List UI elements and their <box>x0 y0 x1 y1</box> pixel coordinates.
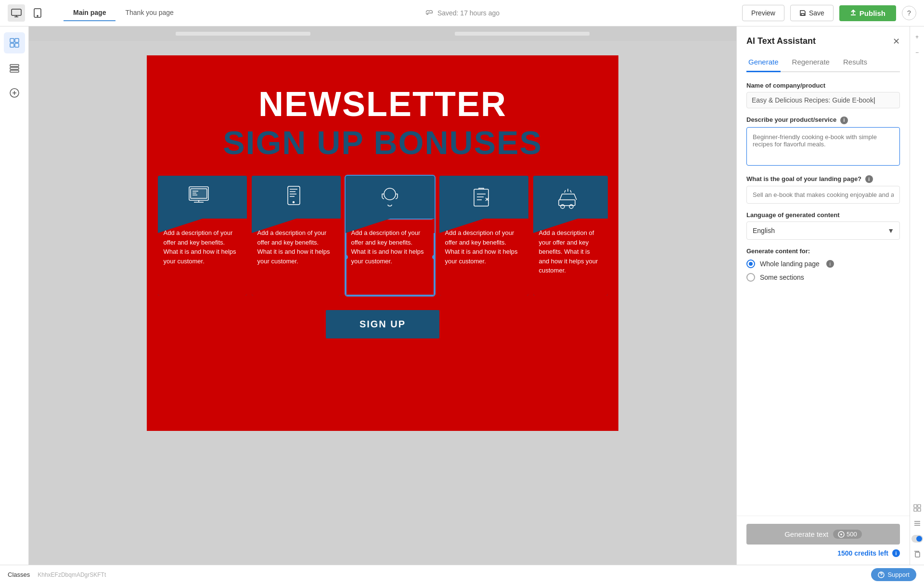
newsletter-subtitle: SIGN UP BONUSES <box>156 124 609 161</box>
svg-point-15 <box>293 202 294 203</box>
goal-input[interactable] <box>746 186 900 204</box>
svg-rect-20 <box>474 189 488 206</box>
offer-card-2[interactable]: Add a description of your offer and key … <box>252 176 341 296</box>
tab-generate[interactable]: Generate <box>746 54 781 72</box>
save-button[interactable]: Save <box>790 5 834 21</box>
describe-textarea[interactable] <box>746 127 900 166</box>
credits-badge: 500 <box>833 530 862 539</box>
preview-button[interactable]: Preview <box>742 5 784 21</box>
whole-page-info-icon[interactable]: i <box>826 260 834 268</box>
language-select[interactable]: English Spanish French German <box>746 221 900 240</box>
card-body-5: Add a description of your offer and key … <box>533 219 608 296</box>
svg-rect-25 <box>914 505 917 507</box>
classes-label: Classes <box>8 571 30 578</box>
svg-rect-8 <box>10 65 19 66</box>
offer-card-1[interactable]: Add a description of your offer and key … <box>158 176 247 296</box>
hash-value: KhhxEFzDbqmADgrSKFTt <box>38 571 106 578</box>
sidebar-ai-icon[interactable] <box>4 82 25 104</box>
tab-regenerate[interactable]: Regenerate <box>790 54 832 72</box>
support-label: Support <box>887 571 910 578</box>
language-select-wrapper: English Spanish French German ▼ <box>746 221 900 240</box>
goal-label: What is the goal of your landing page? i <box>746 175 900 183</box>
edge-minus-icon[interactable]: − <box>911 47 923 58</box>
credits-left-text: 1500 credits left <box>837 549 888 557</box>
headset-icon <box>374 185 406 212</box>
goal-info-icon[interactable]: i <box>865 175 873 183</box>
card-text-1: Add a description of your offer and key … <box>164 226 241 266</box>
signup-button[interactable]: SIGN UP <box>326 310 439 338</box>
describe-info-icon[interactable]: i <box>840 117 848 124</box>
offer-card-3[interactable]: + EDIT + <box>346 176 435 296</box>
radio-some-sections-label: Some sections <box>760 273 804 281</box>
support-button[interactable]: Support <box>871 568 916 581</box>
company-value[interactable]: Easy & Delicious Recipes: Guide E-book <box>746 92 900 108</box>
offer-card-5[interactable]: Add a description of your offer and key … <box>533 176 608 296</box>
bottom-bar: Classes KhhxEFzDbqmADgrSKFTt Support <box>0 565 924 584</box>
card-text-4: Add a description of your offer and key … <box>445 226 523 266</box>
resize-handle-left[interactable] <box>346 255 348 260</box>
radio-some-sections-btn[interactable] <box>746 273 755 282</box>
sidebar-elements-icon[interactable] <box>4 32 25 53</box>
topbar-actions: Preview Save Publish ? <box>742 5 916 21</box>
resize-handle-right[interactable] <box>432 255 435 260</box>
ai-panel-body: Name of company/product Easy & Delicious… <box>737 72 910 516</box>
support-icon <box>878 571 885 578</box>
edge-lines-icon[interactable] <box>911 518 923 529</box>
radio-whole-page-label: Whole landing page <box>760 260 820 268</box>
tablet-icon <box>281 185 312 212</box>
edge-plus-icon[interactable]: + <box>911 31 923 43</box>
card-text-2: Add a description of your offer and key … <box>257 226 335 266</box>
right-edge-bar: + − <box>910 26 924 565</box>
save-status: Saved: 17 hours ago <box>189 9 736 17</box>
edge-grid-icon[interactable] <box>911 502 923 514</box>
generate-text-button[interactable]: Generate text 500 <box>746 524 900 545</box>
help-button[interactable]: ? <box>902 6 916 20</box>
tablet-device-btn[interactable] <box>29 4 46 22</box>
svg-rect-5 <box>15 39 19 42</box>
radio-some-sections[interactable]: Some sections <box>746 273 900 282</box>
credits-info-icon[interactable]: i <box>892 549 900 557</box>
card-icon-area-4 <box>439 176 528 219</box>
save-icon <box>799 10 806 16</box>
svg-rect-13 <box>191 189 207 198</box>
svg-rect-29 <box>915 552 920 557</box>
close-panel-button[interactable]: ✕ <box>893 37 900 46</box>
cards-row: Add a description of your offer and key … <box>147 176 618 296</box>
svg-point-2 <box>37 15 38 16</box>
svg-rect-4 <box>10 39 14 42</box>
tab-results[interactable]: Results <box>841 54 869 72</box>
left-sidebar <box>0 26 29 565</box>
svg-point-19 <box>384 188 396 200</box>
edge-copy-icon[interactable] <box>911 548 923 560</box>
desktop-device-btn[interactable] <box>8 4 25 22</box>
tab-main-page[interactable]: Main page <box>64 5 116 21</box>
card-text-5: Add a description of your offer and key … <box>539 226 602 275</box>
card-body-4: Add a description of your offer and key … <box>439 219 528 296</box>
car-wash-icon <box>555 185 586 212</box>
sidebar-sections-icon[interactable] <box>4 57 25 78</box>
svg-point-23 <box>569 205 573 208</box>
canvas-area[interactable]: NEWSLETTER SIGN UP BONUSES <box>29 26 736 565</box>
card-body-3[interactable]: Add a description of your offer and key … <box>346 219 435 296</box>
offer-card-4[interactable]: Add a description of your offer and key … <box>439 176 528 296</box>
describe-label: Describe your product/service i <box>746 116 900 124</box>
ai-tabs: Generate Regenerate Results <box>746 54 900 72</box>
svg-point-22 <box>561 205 565 208</box>
tab-thank-you-page[interactable]: Thank you page <box>116 5 183 21</box>
topbar: Main page Thank you page Saved: 17 hours… <box>0 0 924 26</box>
canvas: NEWSLETTER SIGN UP BONUSES <box>147 55 618 431</box>
generate-for-label: Generate content for: <box>746 247 900 255</box>
newsletter-header: NEWSLETTER SIGN UP BONUSES <box>147 55 618 176</box>
newsletter-title: NEWSLETTER <box>156 84 609 124</box>
svg-rect-10 <box>10 70 19 72</box>
card-icon-area-1 <box>158 176 247 219</box>
page-tabs: Main page Thank you page <box>64 5 183 21</box>
radio-whole-page[interactable]: Whole landing page i <box>746 260 900 268</box>
card-body-2: Add a description of your offer and key … <box>252 219 341 296</box>
card-body-1: Add a description of your offer and key … <box>158 219 247 296</box>
edge-toggle-icon[interactable] <box>911 533 923 545</box>
radio-whole-page-btn[interactable] <box>746 260 755 268</box>
generate-btn-label: Generate text <box>784 530 828 538</box>
publish-button[interactable]: Publish <box>839 5 896 21</box>
company-label: Name of company/product <box>746 82 900 89</box>
